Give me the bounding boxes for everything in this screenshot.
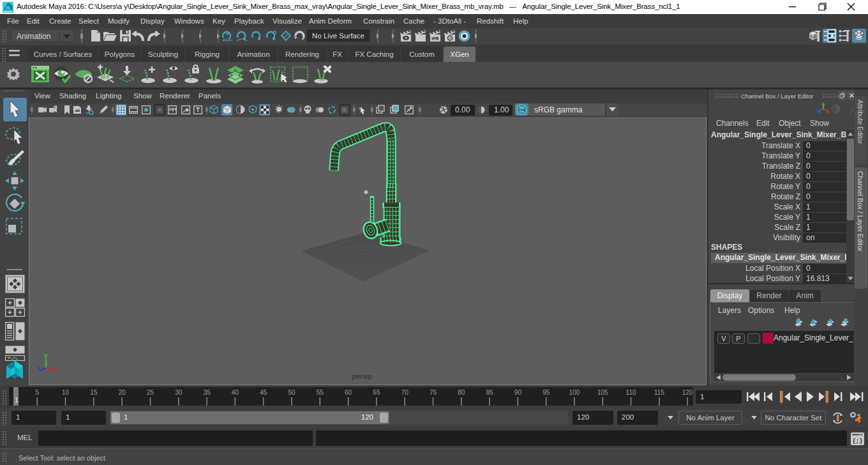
svg-text:IPR: IPR: [432, 36, 439, 41]
svg-text:x: x: [54, 367, 57, 373]
svg-text:persp: persp: [352, 372, 371, 380]
svg-text:ON: ON: [519, 108, 525, 112]
svg-text:y: y: [45, 352, 48, 358]
svg-text:z: z: [37, 365, 40, 372]
svg-text:{;}: {;}: [852, 438, 862, 445]
